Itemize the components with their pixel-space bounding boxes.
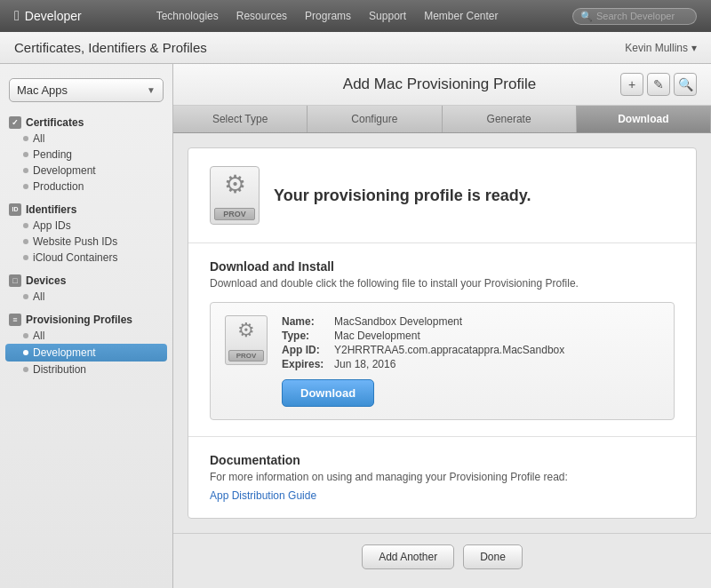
chevron-down-icon: ▾ [691, 42, 697, 54]
step-generate: Generate [443, 106, 577, 132]
nav-programs[interactable]: Programs [305, 10, 351, 22]
appid-label: App ID: [282, 344, 331, 356]
type-value: Mac Development [334, 330, 420, 342]
edit-button[interactable]: ✎ [647, 73, 670, 96]
profile-expires-row: Expires: Jun 18, 2016 [282, 358, 659, 370]
bullet-icon [23, 255, 28, 260]
header-actions: + ✎ 🔍 [620, 73, 697, 96]
profile-card: ⚙ PROV Name: MacSandbox Development Type… [210, 302, 675, 420]
certificates-header: ✓ Certificates [0, 115, 172, 131]
nav-technologies[interactable]: Technologies [156, 10, 219, 22]
bullet-icon [23, 223, 28, 228]
main-layout: Mac Apps ▼ ✓ Certificates All Pending De… [0, 64, 711, 588]
mac-apps-dropdown[interactable]: Mac Apps ▼ [9, 78, 164, 102]
sidebar-item-icloud[interactable]: iCloud Containers [0, 250, 172, 266]
download-install-title: Download and Install [210, 259, 675, 274]
sidebar-section-provisioning: ≡ Provisioning Profiles All Development … [0, 312, 172, 377]
download-install-section: Download and Install Download and double… [188, 243, 696, 437]
prov-icon-small: ⚙ PROV [225, 315, 268, 365]
gear-icon-small: ⚙ [237, 321, 255, 340]
profile-info: Name: MacSandbox Development Type: Mac D… [282, 315, 659, 407]
bullet-icon [23, 152, 28, 157]
nav-member-center[interactable]: Member Center [424, 10, 498, 22]
ready-section: ⚙ PROV Your provisioning profile is read… [188, 148, 696, 243]
expires-value: Jun 18, 2016 [334, 358, 395, 370]
devices-header: □ Devices [0, 273, 172, 289]
bullet-icon [23, 239, 28, 244]
profile-download-button[interactable]: Download [282, 379, 374, 407]
search-placeholder: Search Developer [596, 11, 675, 21]
sidebar-item-certs-pending[interactable]: Pending [0, 147, 172, 163]
apple-icon:  [14, 8, 20, 24]
bullet-icon [23, 350, 28, 355]
search-box[interactable]: 🔍 Search Developer [572, 8, 697, 25]
user-menu[interactable]: Kevin Mullins ▾ [625, 42, 697, 54]
identifiers-label: Identifiers [26, 203, 76, 216]
devices-label: Devices [26, 274, 66, 287]
sidebar-item-prov-distribution[interactable]: Distribution [0, 362, 172, 377]
main-content-box: ⚙ PROV Your provisioning profile is read… [188, 147, 697, 519]
content-title: Add Mac Provisioning Profile [259, 75, 620, 93]
app-distribution-guide-link[interactable]: App Distribution Guide [210, 489, 316, 502]
search-icon: 🔍 [580, 11, 593, 22]
download-install-desc: Download and double click the following … [210, 277, 675, 290]
sidebar-item-app-ids[interactable]: App IDs [0, 218, 172, 234]
devices-icon: □ [9, 274, 21, 287]
bullet-icon [23, 367, 28, 372]
bullet-icon [23, 136, 28, 141]
bottom-bar: Add Another Done [173, 533, 711, 580]
logo:  Developer [14, 8, 82, 24]
certificates-label: Certificates [26, 116, 84, 129]
appid-value: Y2HRRTRAA5.com.appracatappra.MacSandbox [334, 344, 564, 356]
sidebar-item-prov-development[interactable]: Development [5, 344, 167, 362]
dropdown-label: Mac Apps [17, 83, 68, 97]
certificates-icon: ✓ [9, 116, 21, 129]
documentation-section: Documentation For more information on us… [188, 437, 696, 518]
sidebar-item-devices-all[interactable]: All [0, 289, 172, 305]
sidebar-section-identifiers: ID Identifiers App IDs Website Push IDs … [0, 202, 172, 266]
profile-name-row: Name: MacSandbox Development [282, 315, 659, 328]
identifiers-icon: ID [9, 203, 21, 216]
step-download: Download [577, 106, 711, 132]
prov-label-small: PROV [228, 350, 264, 362]
sidebar-item-certs-all[interactable]: All [0, 131, 172, 147]
doc-description: For more information on using and managi… [210, 471, 675, 483]
sidebar-item-prov-all[interactable]: All [0, 328, 172, 344]
type-label: Type: [282, 330, 331, 342]
add-button[interactable]: + [620, 73, 643, 96]
bullet-icon [23, 168, 28, 173]
name-label: Name: [282, 315, 331, 328]
content-area: Add Mac Provisioning Profile + ✎ 🔍 Selec… [173, 64, 711, 588]
identifiers-header: ID Identifiers [0, 202, 172, 218]
provisioning-label: Provisioning Profiles [26, 314, 132, 326]
prov-label-text: PROV [214, 208, 255, 220]
bullet-icon [23, 294, 28, 299]
name-value: MacSandbox Development [334, 315, 462, 328]
expires-label: Expires: [282, 358, 331, 370]
done-button[interactable]: Done [463, 544, 523, 569]
username: Kevin Mullins [625, 42, 688, 54]
logo-text: Developer [25, 9, 82, 23]
ready-message: Your provisioning profile is ready. [274, 187, 531, 205]
profile-type-row: Type: Mac Development [282, 330, 659, 342]
sidebar-item-website-push-ids[interactable]: Website Push IDs [0, 234, 172, 250]
page-title: Certificates, Identifiers & Profiles [14, 40, 207, 55]
sidebar-item-certs-development[interactable]: Development [0, 163, 172, 179]
content-header: Add Mac Provisioning Profile + ✎ 🔍 [173, 64, 711, 106]
search-button[interactable]: 🔍 [674, 73, 697, 96]
chevron-down-icon: ▼ [147, 85, 156, 95]
doc-title: Documentation [210, 453, 675, 467]
nav-resources[interactable]: Resources [236, 10, 287, 22]
nav-support[interactable]: Support [369, 10, 406, 22]
sidebar-section-devices: □ Devices All [0, 273, 172, 305]
add-another-button[interactable]: Add Another [362, 544, 454, 569]
provisioning-header: ≡ Provisioning Profiles [0, 312, 172, 328]
steps-bar: Select Type Configure Generate Download [173, 106, 711, 133]
bullet-icon [23, 333, 28, 338]
step-select-type: Select Type [173, 106, 308, 132]
sidebar-item-certs-production[interactable]: Production [0, 179, 172, 195]
prov-icon-large: ⚙ PROV [210, 166, 260, 225]
top-nav-links: Technologies Resources Programs Support … [156, 10, 499, 22]
bullet-icon [23, 184, 28, 189]
gear-icon: ⚙ [224, 172, 246, 197]
